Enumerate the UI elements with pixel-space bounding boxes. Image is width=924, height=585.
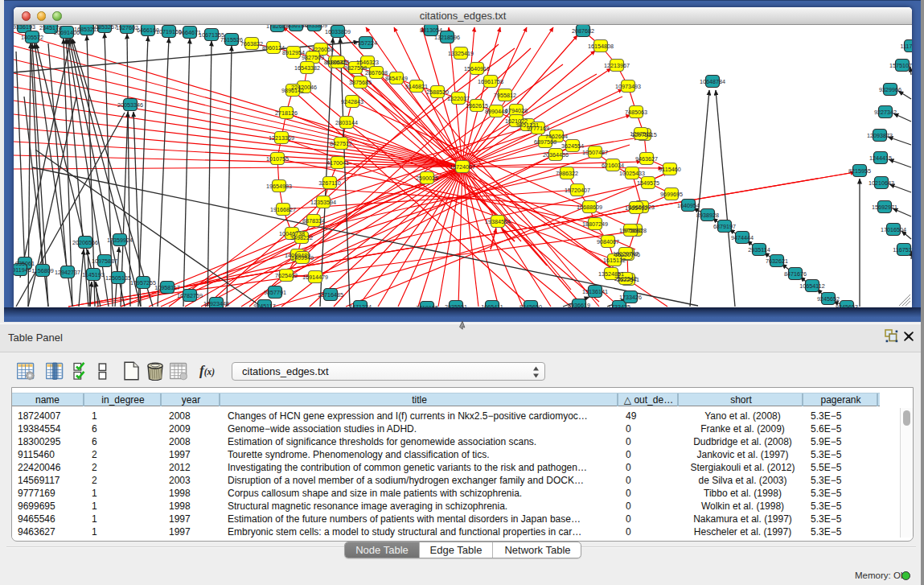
svg-text:3911943: 3911943 bbox=[14, 266, 31, 274]
svg-text:1156809: 1156809 bbox=[31, 267, 53, 274]
svg-text:16961758: 16961758 bbox=[478, 78, 503, 85]
svg-text:3267110: 3267110 bbox=[318, 179, 340, 187]
svg-text:18724007: 18724007 bbox=[450, 163, 475, 171]
svg-text:7663822: 7663822 bbox=[240, 40, 263, 47]
svg-text:8960124: 8960124 bbox=[262, 44, 285, 51]
svg-text:1733426: 1733426 bbox=[619, 294, 642, 301]
svg-text:13226058: 13226058 bbox=[308, 46, 334, 53]
svg-text:16933809: 16933809 bbox=[302, 25, 327, 29]
svg-text:10648784: 10648784 bbox=[700, 78, 725, 85]
svg-text:7719155: 7719155 bbox=[416, 304, 438, 308]
svg-text:1975692: 1975692 bbox=[619, 227, 642, 234]
svg-text:1405572: 1405572 bbox=[21, 34, 43, 41]
svg-text:15136141: 15136141 bbox=[582, 288, 608, 295]
svg-text:7515526: 7515526 bbox=[220, 36, 243, 43]
svg-text:12093873: 12093873 bbox=[867, 132, 893, 139]
svg-text:9896142: 9896142 bbox=[281, 87, 304, 94]
svg-text:1640954: 1640954 bbox=[677, 202, 700, 209]
svg-text:18807249: 18807249 bbox=[582, 220, 608, 228]
svg-text:1546323: 1546323 bbox=[356, 59, 379, 66]
svg-text:20206556: 20206556 bbox=[72, 239, 98, 246]
svg-text:7955812: 7955812 bbox=[494, 92, 516, 99]
svg-text:8990448: 8990448 bbox=[485, 108, 507, 115]
svg-text:2867608: 2867608 bbox=[365, 69, 388, 76]
svg-text:8215955: 8215955 bbox=[848, 167, 871, 175]
svg-text:7357224: 7357224 bbox=[355, 39, 377, 47]
svg-text:15751074: 15751074 bbox=[889, 62, 912, 69]
svg-text:8471676: 8471676 bbox=[784, 270, 807, 278]
svg-text:1117334: 1117334 bbox=[901, 43, 912, 50]
svg-text:8936619: 8936619 bbox=[568, 302, 590, 308]
svg-text:9329966: 9329966 bbox=[879, 86, 901, 93]
svg-text:10958117: 10958117 bbox=[154, 284, 179, 291]
svg-text:10507487: 10507487 bbox=[582, 149, 608, 156]
svg-text:7625402: 7625402 bbox=[275, 272, 298, 279]
svg-text:1527602: 1527602 bbox=[116, 25, 138, 31]
svg-text:1549575: 1549575 bbox=[637, 179, 659, 187]
svg-text:8427512: 8427512 bbox=[330, 140, 352, 147]
svg-text:16033809: 16033809 bbox=[325, 28, 351, 35]
svg-text:8454749: 8454749 bbox=[385, 75, 408, 82]
svg-text:7485063: 7485063 bbox=[625, 109, 647, 116]
svg-text:1145193: 1145193 bbox=[82, 271, 104, 278]
svg-text:9245117: 9245117 bbox=[253, 303, 275, 308]
svg-text:9084067: 9084067 bbox=[597, 238, 619, 245]
svg-text:15720407: 15720407 bbox=[565, 187, 590, 194]
svg-text:9245650: 9245650 bbox=[519, 303, 542, 308]
svg-text:20364436: 20364436 bbox=[543, 151, 569, 159]
svg-text:12942737: 12942737 bbox=[55, 269, 80, 276]
svg-text:15716485: 15716485 bbox=[318, 291, 343, 299]
svg-text:7632621: 7632621 bbox=[766, 257, 788, 265]
svg-text:6216034: 6216034 bbox=[602, 162, 624, 169]
svg-text:9336193: 9336193 bbox=[14, 25, 35, 31]
svg-text:9242843: 9242843 bbox=[341, 98, 363, 105]
svg-text:8471234: 8471234 bbox=[349, 303, 372, 308]
svg-text:9857791: 9857791 bbox=[264, 289, 286, 296]
svg-text:12505135: 12505135 bbox=[105, 274, 131, 282]
svg-text:2087682: 2087682 bbox=[572, 27, 594, 35]
svg-text:9463627: 9463627 bbox=[635, 155, 658, 163]
svg-text:10210643: 10210643 bbox=[869, 179, 894, 187]
svg-text:1733425: 1733425 bbox=[608, 303, 630, 308]
svg-text:10025433: 10025433 bbox=[619, 170, 645, 177]
svg-text:17359924: 17359924 bbox=[107, 237, 133, 244]
svg-text:8878334: 8878334 bbox=[302, 217, 325, 225]
svg-text:20053346: 20053346 bbox=[117, 101, 143, 109]
svg-text:10973493: 10973493 bbox=[615, 83, 641, 90]
svg-text:19384554: 19384554 bbox=[485, 218, 511, 225]
svg-text:9777169: 9777169 bbox=[527, 125, 549, 132]
svg-text:2803144: 2803144 bbox=[335, 119, 358, 126]
svg-text:19166827: 19166827 bbox=[270, 206, 296, 213]
svg-text:13325419: 13325419 bbox=[448, 50, 474, 57]
svg-text:3875685: 3875685 bbox=[349, 79, 372, 86]
svg-text:9827509: 9827509 bbox=[302, 54, 324, 61]
svg-text:1297511: 1297511 bbox=[630, 130, 651, 138]
svg-text:3624554: 3624554 bbox=[561, 142, 584, 150]
svg-text:3498222: 3498222 bbox=[290, 234, 313, 241]
svg-text:1244415: 1244415 bbox=[869, 154, 892, 162]
svg-text:1965412: 1965412 bbox=[625, 204, 647, 212]
svg-text:10975887: 10975887 bbox=[92, 257, 117, 265]
svg-text:9146821: 9146821 bbox=[405, 83, 428, 90]
svg-text:2590025: 2590025 bbox=[416, 175, 438, 182]
svg-text:9115460: 9115460 bbox=[659, 166, 680, 173]
svg-text:7986322: 7986322 bbox=[556, 170, 578, 177]
svg-text:16154808: 16154808 bbox=[588, 43, 614, 50]
svg-text:17957255: 17957255 bbox=[130, 279, 156, 286]
svg-text:16914479: 16914479 bbox=[302, 274, 328, 281]
svg-text:1167534: 1167534 bbox=[893, 246, 912, 253]
svg-text:10923448: 10923448 bbox=[203, 300, 229, 307]
svg-text:2522542: 2522542 bbox=[614, 275, 637, 282]
svg-text:10853267: 10853267 bbox=[92, 25, 117, 31]
svg-text:1065411: 1065411 bbox=[481, 303, 503, 308]
svg-text:4170041: 4170041 bbox=[326, 159, 349, 167]
svg-text:19654983: 19654983 bbox=[266, 183, 292, 190]
svg-text:17016504: 17016504 bbox=[881, 226, 906, 233]
svg-text:12213369: 12213369 bbox=[269, 134, 294, 142]
svg-text:9699695: 9699695 bbox=[660, 191, 683, 198]
svg-text:6879197: 6879197 bbox=[713, 223, 736, 230]
svg-text:16782759: 16782759 bbox=[177, 292, 203, 299]
svg-text:1322037: 1322037 bbox=[447, 95, 470, 102]
svg-text:9245653: 9245653 bbox=[836, 303, 858, 308]
svg-text:2935551: 2935551 bbox=[445, 303, 467, 308]
